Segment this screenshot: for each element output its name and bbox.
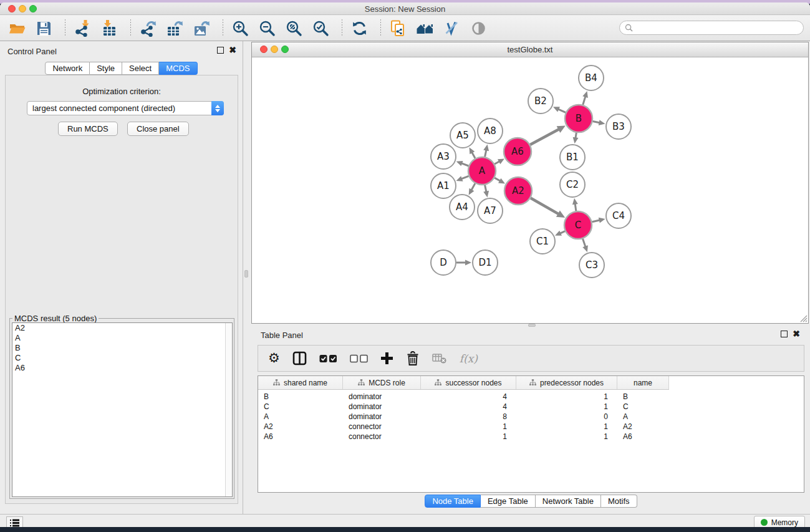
table-cell[interactable]: C bbox=[617, 402, 669, 411]
delete-table-icon[interactable] bbox=[432, 352, 447, 364]
criterion-dropdown[interactable]: largest connected component (directed) bbox=[27, 101, 224, 115]
table-cell[interactable]: dominator bbox=[343, 392, 421, 401]
network-canvas[interactable]: B4B2BB3A5A8A6A3AB1A1A2C2A4A7C4CC1DD1C3 bbox=[252, 58, 808, 323]
export-image-icon[interactable] bbox=[193, 20, 210, 37]
column-header-mcds-role[interactable]: MCDS role bbox=[343, 376, 421, 389]
table-cell[interactable]: 4 bbox=[421, 402, 516, 411]
import-table-icon[interactable] bbox=[101, 20, 118, 37]
table-options-gear-icon[interactable]: ⚙ bbox=[268, 352, 280, 365]
edge-A6-B[interactable] bbox=[530, 129, 559, 145]
mcds-result-item[interactable]: A2 bbox=[12, 323, 232, 333]
column-hierarchy-icon bbox=[529, 379, 536, 386]
function-builder-icon[interactable]: f(x) bbox=[460, 352, 478, 365]
close-panel-button[interactable]: Close panel bbox=[127, 122, 189, 136]
table-cell[interactable]: 1 bbox=[516, 422, 617, 431]
table-cell[interactable]: 1 bbox=[516, 402, 617, 411]
memory-button[interactable]: Memory bbox=[754, 516, 805, 527]
copy-current-network-icon[interactable] bbox=[390, 20, 407, 37]
table-tab-node-table[interactable]: Node Table bbox=[425, 495, 481, 508]
float-table-panel-icon[interactable] bbox=[781, 331, 788, 337]
add-column-icon[interactable] bbox=[380, 352, 393, 365]
tab-mcds[interactable]: MCDS bbox=[159, 62, 197, 75]
table-cell[interactable]: 1 bbox=[421, 432, 516, 441]
edge-B-B4[interactable] bbox=[583, 96, 586, 105]
table-cell[interactable]: connector bbox=[343, 432, 421, 441]
refresh-icon[interactable] bbox=[351, 20, 368, 37]
table-cell[interactable]: 1 bbox=[421, 422, 516, 431]
zoom-out-icon[interactable] bbox=[259, 20, 276, 37]
task-history-button[interactable] bbox=[6, 516, 23, 527]
splitter-handle[interactable] bbox=[528, 324, 536, 327]
deselect-all-icon[interactable] bbox=[350, 354, 368, 363]
save-session-icon[interactable] bbox=[36, 20, 52, 37]
run-mcds-button[interactable]: Run MCDS bbox=[58, 122, 118, 136]
export-table-icon[interactable] bbox=[166, 20, 183, 37]
table-cell[interactable]: C bbox=[258, 402, 343, 411]
table-cell[interactable]: 1 bbox=[516, 392, 617, 401]
tab-style[interactable]: Style bbox=[90, 62, 122, 75]
table-cell[interactable]: A2 bbox=[617, 422, 669, 431]
mcds-result-list[interactable]: A2ABCA6 bbox=[12, 322, 233, 497]
table-cell[interactable]: connector bbox=[343, 422, 421, 431]
table-cell[interactable]: dominator bbox=[343, 402, 421, 411]
table-cell[interactable]: B bbox=[617, 392, 669, 401]
close-panel-icon[interactable]: ✖ bbox=[229, 47, 236, 54]
edge-A-A1[interactable] bbox=[461, 176, 469, 179]
table-cell[interactable]: 4 bbox=[421, 392, 516, 401]
edge-B-B2[interactable] bbox=[557, 109, 566, 113]
edge-C-C4[interactable] bbox=[592, 220, 600, 222]
close-table-panel-icon[interactable]: ✖ bbox=[793, 331, 800, 337]
select-all-icon[interactable] bbox=[319, 354, 337, 363]
table-row[interactable]: A2connector11A2 bbox=[258, 422, 804, 432]
column-header-successor-nodes[interactable]: successor nodes bbox=[421, 376, 516, 389]
edge-A2-C[interactable] bbox=[531, 198, 559, 214]
tab-network[interactable]: Network bbox=[45, 62, 90, 75]
show-graphics-details-icon[interactable] bbox=[470, 20, 487, 37]
vertical-splitter-handle[interactable] bbox=[244, 270, 248, 278]
table-tab-edge-table[interactable]: Edge Table bbox=[481, 495, 536, 508]
column-header-shared-name[interactable]: shared name bbox=[258, 376, 343, 389]
mcds-result-item[interactable]: A bbox=[12, 333, 232, 343]
mcds-panel: Optimization criterion: largest connecte… bbox=[5, 75, 238, 504]
table-cell[interactable]: B bbox=[258, 392, 343, 401]
mcds-result-item[interactable]: B bbox=[12, 343, 232, 353]
table-row[interactable]: Cdominator41C bbox=[258, 402, 804, 412]
table-cell[interactable]: A2 bbox=[258, 422, 343, 431]
export-network-icon[interactable] bbox=[140, 20, 157, 37]
home-icon[interactable] bbox=[417, 20, 433, 37]
edge-C-C3[interactable] bbox=[582, 239, 586, 248]
open-session-icon[interactable] bbox=[9, 20, 26, 37]
table-cell[interactable]: A bbox=[258, 412, 343, 421]
float-panel-icon[interactable] bbox=[217, 47, 224, 54]
table-row[interactable]: Adominator80A bbox=[258, 412, 804, 422]
zoom-fit-icon[interactable] bbox=[286, 20, 302, 37]
table-cell[interactable]: A6 bbox=[258, 432, 343, 441]
table-tab-motifs[interactable]: Motifs bbox=[601, 495, 637, 508]
search-input[interactable] bbox=[619, 21, 804, 35]
list-scrollbar[interactable] bbox=[225, 323, 232, 496]
column-header-predecessor-nodes[interactable]: predecessor nodes bbox=[516, 376, 617, 389]
mcds-result-item[interactable]: C bbox=[12, 353, 232, 363]
mcds-result-item[interactable]: A6 bbox=[12, 363, 232, 373]
import-network-icon[interactable] bbox=[74, 20, 91, 37]
table-cell[interactable]: 8 bbox=[421, 412, 516, 421]
delete-column-icon[interactable] bbox=[406, 351, 420, 365]
table-cell[interactable]: 1 bbox=[516, 432, 617, 441]
table-cell[interactable]: A6 bbox=[617, 432, 669, 441]
zoom-selected-icon[interactable] bbox=[312, 20, 329, 37]
hide-panels-icon[interactable] bbox=[443, 20, 460, 37]
resize-grip-icon[interactable] bbox=[799, 314, 808, 322]
column-header-name[interactable]: name bbox=[617, 376, 669, 389]
column-visibility-icon[interactable] bbox=[292, 351, 307, 365]
table-cell[interactable]: dominator bbox=[343, 412, 421, 421]
tab-select[interactable]: Select bbox=[122, 62, 159, 75]
table-cell[interactable]: A bbox=[617, 412, 669, 421]
table-row[interactable]: Bdominator41B bbox=[258, 392, 804, 402]
table-cell[interactable]: 0 bbox=[516, 412, 617, 421]
table-tab-network-table[interactable]: Network Table bbox=[536, 495, 601, 508]
column-header-label: name bbox=[634, 379, 652, 387]
network-window-titlebar[interactable]: testGlobe.txt bbox=[252, 42, 808, 57]
app-titlebar[interactable]: Session: New Session bbox=[0, 2, 810, 15]
table-row[interactable]: A6connector11A6 bbox=[258, 432, 804, 442]
zoom-in-icon[interactable] bbox=[232, 20, 249, 37]
